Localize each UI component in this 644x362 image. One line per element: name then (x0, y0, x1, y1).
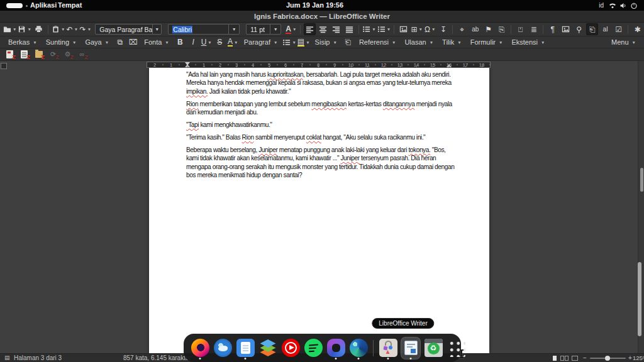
paragraph-bg-button[interactable]: ▤▼ (297, 36, 310, 48)
horizontal-ruler[interactable]: 21123456789101112131415161718 (147, 62, 491, 68)
chevron-down-icon[interactable]: ▼ (228, 25, 239, 34)
multi-page-view-button[interactable] (560, 356, 564, 361)
scrollbar-thumb[interactable] (638, 262, 641, 336)
checkbox-field-button[interactable]: ☑ (613, 23, 625, 35)
chevron-down-icon[interactable]: ▼ (208, 40, 211, 45)
page-break-button[interactable]: ↧ (437, 23, 449, 35)
insert-comment-button[interactable]: ⍞ (514, 23, 526, 35)
menu-referensi[interactable]: Referensi▼ (355, 36, 401, 48)
align-left-button[interactable] (304, 23, 316, 35)
zotero-insert-bibliography-button[interactable]: Z (33, 49, 45, 60)
paragraph[interactable]: Beberapa waktu berselang, Juniper menata… (186, 146, 451, 180)
chevron-down-icon[interactable]: ▼ (372, 27, 375, 31)
gallery-button[interactable] (560, 23, 572, 35)
clear-formatting-button[interactable]: ⌧ (127, 36, 139, 48)
chevron-down-icon[interactable]: ▼ (292, 27, 296, 31)
dock-item-recycler[interactable]: ♻ (423, 337, 443, 359)
underline-button[interactable]: U▼ (201, 36, 213, 48)
insert-image-button[interactable] (397, 23, 409, 35)
bullet-list-button[interactable]: ▼ (362, 23, 375, 35)
font-color-button[interactable]: A▼ (285, 23, 297, 35)
menu-sunting[interactable]: Sunting▼ (42, 36, 81, 48)
book-view-button[interactable] (572, 356, 578, 361)
menu-ulasan[interactable]: Ulasan▼ (400, 36, 438, 48)
align-justify-button[interactable] (343, 23, 355, 35)
strikethrough-button[interactable]: S (214, 36, 226, 48)
highlight-color-button[interactable]: A▼ (227, 36, 239, 48)
paste-button[interactable]: ▼ (52, 23, 65, 35)
chevron-down-icon[interactable]: ▼ (431, 27, 435, 31)
track-changes-button[interactable]: ≣ (528, 23, 540, 35)
chevron-down-icon[interactable]: ▼ (27, 27, 31, 31)
chevron-down-icon[interactable]: ▼ (387, 27, 391, 31)
zoom-in-button[interactable]: + (628, 354, 632, 362)
menu-sisip[interactable]: Sisip▼ (311, 36, 341, 48)
chevron-down-icon[interactable]: ▼ (87, 27, 91, 31)
extensions-button[interactable]: ✱ (631, 23, 643, 35)
document-page[interactable]: "Ada hal lain yang masih harus kupriorit… (149, 68, 489, 353)
tab-type-selector[interactable] (1, 63, 7, 69)
clock[interactable]: Jum 19 Jan 19:56 (286, 0, 343, 11)
topbar-menu-applications[interactable]: Aplikasi (28, 0, 59, 11)
dock-item-microsoft-edge[interactable] (348, 337, 369, 359)
cross-reference-button[interactable]: ⎘ (496, 23, 508, 35)
print-button[interactable] (33, 23, 45, 35)
insert-field-button[interactable]: ⌖ (456, 23, 468, 35)
dock-item-microsoft-365[interactable] (326, 337, 346, 359)
zoom-slider-knob[interactable] (605, 356, 610, 361)
paragraph[interactable]: "Tapi kami mengkhawatirkanmu." (186, 121, 451, 129)
zoom-level[interactable]: 125% (633, 354, 644, 362)
word-count-status[interactable]: 857 kata, 6.145 karakter (123, 354, 191, 362)
menu-gaya[interactable]: Gaya▼ (80, 36, 113, 48)
redo-button[interactable]: ↷▼ (79, 23, 91, 35)
chevron-down-icon[interactable]: ▼ (306, 40, 309, 45)
menu-ekstensi[interactable]: Ekstensi▼ (507, 36, 549, 48)
paragraph[interactable]: Rion memberikan tatapan yang lembut sebe… (186, 100, 451, 117)
chevron-down-icon[interactable]: ▼ (292, 40, 296, 45)
menu-formulir[interactable]: Formulir▼ (466, 36, 508, 48)
document-text[interactable]: "Ada hal lain yang masih harus kupriorit… (186, 70, 451, 184)
save-state-icon[interactable]: ▤ (4, 354, 10, 362)
chevron-down-icon[interactable]: ▼ (419, 27, 423, 31)
volume-icon[interactable] (619, 2, 627, 9)
save-button[interactable]: ▼ (18, 23, 31, 35)
dock-item-firefox[interactable] (190, 337, 210, 359)
dock-item-youtube-music[interactable] (280, 337, 301, 359)
clone-formatting-button[interactable]: ⧉ (114, 36, 126, 48)
zoom-object-button[interactable]: ⚲ (573, 23, 585, 35)
paragraph[interactable]: "Ada hal lain yang masih harus kupriorit… (186, 70, 451, 96)
vertical-scrollbar[interactable] (638, 61, 644, 353)
zoom-out-button[interactable]: − (583, 354, 587, 362)
chevron-down-icon[interactable]: ▼ (13, 27, 16, 31)
special-character-button[interactable]: Ω▼ (424, 23, 436, 35)
italic-button[interactable]: I (187, 36, 199, 48)
align-right-button[interactable] (330, 23, 342, 35)
chevron-down-icon[interactable]: ▼ (152, 25, 161, 34)
wifi-icon[interactable] (609, 2, 616, 9)
paragraph[interactable]: "Terima kasih." Balas Rion sambil menyer… (186, 133, 451, 141)
scrollbar-thumb-small[interactable] (640, 168, 643, 192)
window-title-bar[interactable]: Ignis Fabrica.docx — LibreOffice Writer (0, 11, 644, 23)
numbered-list-button[interactable]: ▼ (377, 23, 391, 35)
align-center-button[interactable] (317, 23, 329, 35)
chevron-down-icon[interactable]: ▼ (270, 25, 280, 34)
bold-button[interactable]: B (174, 36, 186, 48)
single-page-view-button[interactable] (553, 356, 557, 361)
formatting-marks-button[interactable]: ¶ (547, 23, 558, 35)
paragraph-style-combo[interactable]: Gaya Paragraf Baku▼ (95, 24, 162, 35)
chevron-down-icon[interactable]: ▼ (74, 27, 78, 31)
menu-tilik[interactable]: Tilik▼ (438, 36, 466, 48)
undo-button[interactable]: ↶▼ (66, 23, 78, 35)
insert-footnote-button[interactable]: ab (469, 23, 481, 35)
print-preview-button[interactable]: ⎗ (586, 23, 598, 35)
page-count-status[interactable]: Halaman 3 dari 3 (14, 354, 62, 362)
font-size-combo[interactable]: 11 pt▼ (246, 24, 281, 35)
menu-fonta[interactable]: Fonta▼ (140, 36, 174, 48)
insert-table-button[interactable]: ⊞▼ (411, 23, 423, 35)
dock-item-layers-office[interactable] (258, 337, 278, 359)
topbar-menu-places[interactable]: Tempat (55, 0, 84, 11)
chevron-down-icon[interactable]: ▼ (61, 27, 65, 31)
activities-pill[interactable] (6, 3, 23, 8)
zotero-add-citation-button[interactable]: Z (4, 49, 16, 60)
menu-berkas[interactable]: Berkas▼ (4, 36, 42, 48)
